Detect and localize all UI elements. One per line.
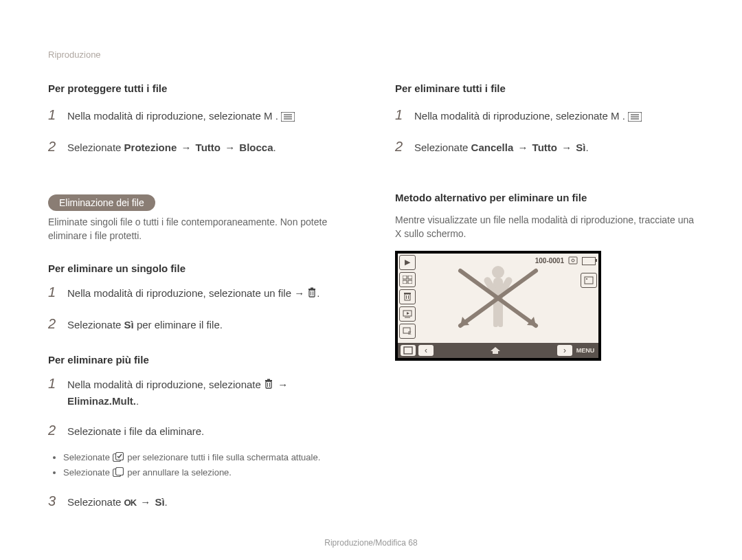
step-text: Nella modalità di riproduzione, selezion… — [67, 377, 354, 410]
ok-icon: OK — [124, 497, 137, 508]
delete-many-bullets: Selezionate per selezionare tutti i ﬁle … — [48, 451, 354, 481]
svg-point-38 — [586, 278, 587, 280]
menu-icon — [281, 112, 295, 122]
step-text: Nella modalità di riproduzione, selezion… — [414, 108, 701, 124]
delete-all-step-2: 2 Selezionate Cancella → Tutto → Sì. — [395, 135, 701, 157]
thumbnail-icon[interactable] — [399, 272, 416, 287]
lcd-bottom-bar: ‹ › MENU — [398, 343, 598, 358]
step-text: Selezionate Sì per eliminare il ﬁle. — [67, 317, 354, 333]
protect-step-2: 2 Selezionate Protezione → Tutto → Blocc… — [48, 135, 354, 157]
menu-icon — [628, 112, 642, 122]
delete-many-step-1: 1 Nella modalità di riproduzione, selezi… — [48, 372, 354, 410]
delete-one-step-2: 2 Selezionate Sì per eliminare il ﬁle. — [48, 313, 354, 335]
delete-all-title: Per eliminare tutti i ﬁle — [395, 82, 701, 94]
svg-rect-9 — [266, 381, 271, 388]
trash-icon[interactable] — [399, 289, 416, 304]
svg-rect-22 — [403, 276, 407, 279]
delete-many-title: Per eliminare più ﬁle — [48, 354, 354, 366]
info-button[interactable] — [401, 345, 416, 356]
svg-rect-7 — [308, 289, 315, 290]
step-text: Selezionate OK → Sì. — [67, 494, 354, 511]
step-number: 2 — [48, 135, 60, 157]
step-number: 3 — [48, 490, 60, 512]
step-text: Nella modalità di riproduzione, selezion… — [67, 108, 354, 124]
svg-rect-37 — [585, 277, 593, 284]
svg-rect-17 — [115, 468, 123, 475]
edit-icon[interactable]: E — [399, 324, 416, 339]
battery-icon — [582, 257, 596, 265]
step-number: 1 — [395, 104, 407, 126]
svg-rect-24 — [403, 280, 407, 284]
step-text: Selezionate Protezione → Tutto → Blocca. — [67, 139, 354, 156]
svg-rect-49 — [404, 347, 412, 354]
step-text: Selezionate Cancella → Tutto → Sì. — [414, 139, 701, 156]
svg-rect-4 — [309, 290, 315, 297]
lcd-side-toolbar: ▶ E — [399, 255, 416, 341]
alt-method-body: Mentre visualizzate un ﬁle nella modalit… — [395, 213, 701, 241]
step-number: 2 — [48, 419, 60, 441]
right-column: Per eliminare tutti i ﬁle 1 Nella modali… — [395, 82, 701, 522]
step-text: Selezionate i ﬁle da eliminare. — [67, 423, 354, 440]
svg-rect-23 — [408, 276, 412, 279]
step-number: 2 — [395, 135, 407, 157]
alt-method-title: Metodo alternativo per eliminare un ﬁle — [395, 192, 701, 203]
step-number: 1 — [48, 281, 60, 303]
protect-all-title: Per proteggere tutti i ﬁle — [48, 82, 354, 94]
list-item: Selezionate per selezionare tutti i ﬁle … — [63, 451, 354, 465]
step-number: 1 — [48, 104, 60, 126]
play-icon[interactable]: ▶ — [399, 255, 416, 270]
slideshow-icon[interactable] — [399, 306, 416, 322]
trash-icon — [307, 287, 317, 298]
delete-all-step-1: 1 Nella modalità di riproduzione, selezi… — [395, 104, 701, 126]
svg-rect-25 — [408, 280, 412, 284]
delete-many-step-2: 2 Selezionate i ﬁle da eliminare. — [48, 419, 354, 441]
delete-many-step-3: 3 Selezionate OK → Sì. — [48, 490, 354, 512]
list-item: Selezionate per annullare la selezione. — [63, 466, 354, 480]
step-text: Nella modalità di riproduzione, selezion… — [67, 285, 354, 302]
draw-x-gesture-icon — [443, 260, 553, 336]
camera-lcd-mockup: ▶ E — [395, 251, 601, 361]
delete-one-title: Per eliminare un singolo ﬁle — [48, 262, 354, 274]
home-button[interactable] — [486, 345, 505, 356]
frame-icon[interactable] — [581, 273, 597, 288]
svg-marker-50 — [491, 347, 500, 354]
svg-rect-12 — [265, 380, 272, 381]
protect-step-1: 1 Nella modalità di riproduzione, selezi… — [48, 104, 354, 126]
svg-rect-26 — [405, 294, 410, 300]
breadcrumb: Riproduzione — [48, 49, 101, 60]
left-column: Per proteggere tutti i ﬁle 1 Nella modal… — [48, 82, 354, 522]
select-all-icon — [113, 452, 125, 462]
trash-icon — [264, 379, 273, 390]
deselect-icon — [113, 467, 125, 477]
svg-rect-8 — [311, 287, 313, 289]
step-number: 2 — [48, 313, 60, 335]
next-button[interactable]: › — [557, 345, 572, 356]
page-footer: Riproduzione/Modiﬁca 68 — [0, 538, 742, 548]
svg-rect-27 — [404, 293, 411, 294]
menu-button[interactable]: MENU — [575, 345, 596, 356]
step-number: 1 — [48, 372, 60, 394]
prev-button[interactable]: ‹ — [418, 345, 434, 356]
delete-one-step-1: 1 Nella modalità di riproduzione, selezi… — [48, 281, 354, 303]
svg-text:E: E — [408, 331, 412, 335]
lcd-right-toolbar — [581, 273, 597, 288]
svg-rect-13 — [267, 379, 270, 380]
delete-section-pill: Eliminazione dei ﬁle — [48, 194, 155, 211]
svg-marker-31 — [407, 312, 409, 315]
delete-section-body: Eliminate singoli ﬁle o tutti i ﬁle cont… — [48, 215, 354, 243]
